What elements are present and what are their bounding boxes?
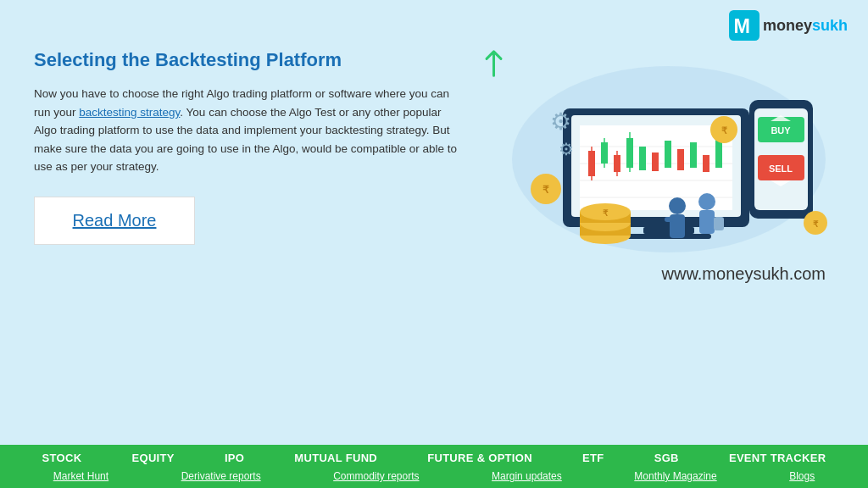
svg-rect-26: [626, 234, 711, 239]
right-section: BUY SELL ₹ ₹ ⚙ ⚙: [474, 49, 834, 445]
svg-text:⚙: ⚙: [550, 108, 571, 135]
nav-etf[interactable]: ETF: [577, 450, 609, 466]
left-section: Selecting the Backtesting Platform Now y…: [34, 49, 474, 445]
nav-event-tracker[interactable]: EVENT TRACKER: [724, 450, 831, 466]
read-more-button[interactable]: Read More: [34, 197, 195, 245]
logo-container: M moneysukh: [729, 10, 848, 41]
logo-text: moneysukh: [763, 17, 848, 35]
svg-rect-51: [665, 217, 673, 222]
logo-bar: M moneysukh: [0, 0, 868, 41]
nav-derivative-reports[interactable]: Derivative reports: [176, 469, 266, 483]
trading-illustration: BUY SELL ₹ ₹ ⚙ ⚙: [504, 58, 834, 261]
nav-blogs[interactable]: Blogs: [784, 469, 820, 483]
svg-text:BUY: BUY: [771, 125, 791, 136]
svg-text:₹: ₹: [603, 208, 609, 218]
svg-rect-23: [703, 155, 709, 172]
primary-nav-row: STOCK EQUITY IPO MUTUAL FUND FUTURE & OP…: [17, 450, 851, 466]
svg-rect-22: [690, 142, 697, 168]
nav-mutual-fund[interactable]: MUTUAL FUND: [289, 450, 382, 466]
logo-icon: M: [729, 10, 760, 41]
body-paragraph: Now you have to choose the right Algo tr…: [34, 85, 457, 176]
nav-margin-updates[interactable]: Margin updates: [487, 469, 567, 483]
svg-rect-54: [714, 217, 724, 230]
svg-text:M: M: [733, 15, 750, 37]
svg-text:₹: ₹: [813, 219, 819, 229]
nav-stock[interactable]: STOCK: [37, 450, 87, 466]
nav-market-hunt[interactable]: Market Hunt: [48, 469, 114, 483]
svg-text:₹: ₹: [542, 184, 549, 196]
website-url: www.moneysukh.com: [474, 264, 834, 284]
svg-rect-53: [699, 210, 715, 234]
svg-rect-25: [643, 227, 694, 234]
nav-future-option[interactable]: FUTURE & OPTION: [422, 450, 537, 466]
nav-ipo[interactable]: IPO: [220, 450, 249, 466]
nav-equity[interactable]: EQUITY: [127, 450, 180, 466]
svg-rect-19: [652, 152, 659, 171]
svg-point-49: [669, 197, 686, 214]
svg-rect-20: [665, 141, 671, 168]
secondary-nav-row: Market Hunt Derivative reports Commodity…: [17, 469, 851, 483]
svg-text:₹: ₹: [721, 125, 726, 136]
backtesting-link[interactable]: backtesting strategy: [79, 106, 180, 119]
page-title: Selecting the Backtesting Platform: [34, 49, 457, 71]
svg-rect-18: [639, 147, 646, 170]
svg-text:⚙: ⚙: [559, 140, 574, 158]
bottom-nav: STOCK EQUITY IPO MUTUAL FUND FUTURE & OP…: [0, 445, 868, 488]
svg-point-52: [698, 193, 715, 210]
svg-rect-21: [677, 149, 684, 170]
svg-text:SELL: SELL: [769, 164, 793, 174]
nav-sgb[interactable]: SGB: [649, 450, 684, 466]
nav-monthly-magazine[interactable]: Monthly Magazine: [629, 469, 721, 483]
main-content: Selecting the Backtesting Platform Now y…: [0, 41, 868, 445]
nav-commodity-reports[interactable]: Commodity reports: [328, 469, 424, 483]
